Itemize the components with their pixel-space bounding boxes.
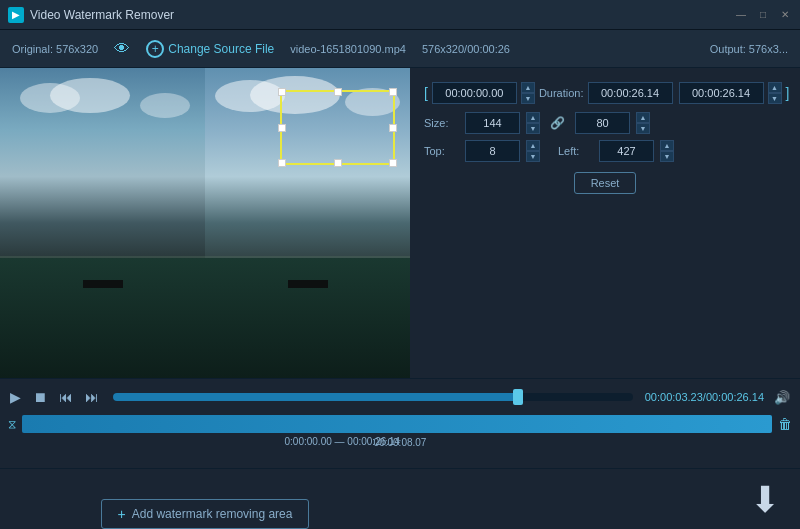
prev-frame-button[interactable]: ⏮ xyxy=(57,387,75,407)
change-source-button[interactable]: + Change Source File xyxy=(146,40,274,58)
timeline-progress xyxy=(113,393,518,401)
add-watermark-label: Add watermark removing area xyxy=(132,507,293,521)
duration-label: Duration: xyxy=(539,87,584,99)
bracket-open: [ xyxy=(424,85,428,101)
left-bottom: + Add watermark removing area xyxy=(0,469,410,529)
timeline-track-row: ⧖ 0:00:00.00 — 00:00:26.14 🗑 xyxy=(8,415,792,433)
size-h-down[interactable]: ▼ xyxy=(636,123,650,134)
title-left: ▶ Video Watermark Remover xyxy=(8,7,174,23)
size-label: Size: xyxy=(424,117,459,129)
handle-right[interactable] xyxy=(389,124,397,132)
handle-bl[interactable] xyxy=(278,159,286,167)
handle-tl[interactable] xyxy=(278,88,286,96)
track-bar[interactable]: 0:00:00.00 — 00:00:26.14 xyxy=(22,415,772,433)
eye-icon[interactable]: 👁 xyxy=(114,40,130,58)
file-info: video-1651801090.mp4 576x320/00:00:26 xyxy=(290,43,510,55)
video-scene-left xyxy=(0,68,205,378)
output-info: Output: 576x3... xyxy=(710,43,788,55)
timeline-area: ▶ ⏹ ⏮ ⏭ 00:00:03.23/00:00:26.14 🔊 ⧖ 0:00… xyxy=(0,378,800,468)
timeline-bar[interactable] xyxy=(113,393,633,401)
handle-top[interactable] xyxy=(334,88,342,96)
main-content: [ ▲ ▼ Duration: ▲ ▼ ] Size: ▲ ▼ 🔗 xyxy=(0,68,800,378)
end-time-spinners: ▲ ▼ xyxy=(768,82,782,104)
size-h-spinners: ▲ ▼ xyxy=(636,112,650,134)
stop-button[interactable]: ⏹ xyxy=(31,387,49,407)
app-icon: ▶ xyxy=(8,7,24,23)
size-width-input[interactable] xyxy=(465,112,520,134)
size-w-up[interactable]: ▲ xyxy=(526,112,540,123)
play-button[interactable]: ▶ xyxy=(8,387,23,407)
position-row: Top: ▲ ▼ Left: ▲ ▼ xyxy=(424,140,786,162)
file-dimensions: 576x320/00:00:26 xyxy=(422,43,510,55)
handle-bottom[interactable] xyxy=(334,159,342,167)
title-bar: ▶ Video Watermark Remover — □ ✕ xyxy=(0,0,800,30)
top-input[interactable] xyxy=(465,140,520,162)
timeline-marker[interactable] xyxy=(513,389,523,405)
track-time-label: 0:00:00.00 — 00:00:26.14 xyxy=(285,436,401,447)
reset-button[interactable]: Reset xyxy=(574,172,637,194)
add-icon: + xyxy=(146,40,164,58)
handle-tr[interactable] xyxy=(389,88,397,96)
app-title: Video Watermark Remover xyxy=(30,8,174,22)
add-icon: + xyxy=(118,506,126,522)
video-scene-right xyxy=(205,68,410,378)
end-time-down[interactable]: ▼ xyxy=(768,93,782,104)
left-up[interactable]: ▲ xyxy=(660,140,674,151)
start-time-spinners: ▲ ▼ xyxy=(521,82,535,104)
track-filled xyxy=(22,415,772,433)
size-row: Size: ▲ ▼ 🔗 ▲ ▼ xyxy=(424,112,786,134)
time-range-row: [ ▲ ▼ Duration: ▲ ▼ ] xyxy=(424,82,786,104)
duration-input[interactable] xyxy=(588,82,673,104)
start-time-down[interactable]: ▼ xyxy=(521,93,535,104)
change-source-label: Change Source File xyxy=(168,42,274,56)
file-name: video-1651801090.mp4 xyxy=(290,43,406,55)
end-time-input[interactable] xyxy=(679,82,764,104)
start-time-up[interactable]: ▲ xyxy=(521,82,535,93)
size-w-down[interactable]: ▼ xyxy=(526,123,540,134)
delete-track-button[interactable]: 🗑 xyxy=(778,416,792,432)
handle-br[interactable] xyxy=(389,159,397,167)
playback-controls: ▶ ⏹ ⏮ ⏭ 00:00:03.23/00:00:26.14 🔊 xyxy=(8,383,792,411)
left-down[interactable]: ▼ xyxy=(660,151,674,162)
time-display: 00:00:03.23/00:00:26.14 xyxy=(645,391,764,403)
add-watermark-button[interactable]: + Add watermark removing area xyxy=(101,499,310,529)
maximize-button[interactable]: □ xyxy=(756,8,770,22)
right-panel: [ ▲ ▼ Duration: ▲ ▼ ] Size: ▲ ▼ 🔗 xyxy=(410,68,800,378)
original-dimensions: Original: 576x320 xyxy=(12,43,98,55)
top-bar: Original: 576x320 👁 + Change Source File… xyxy=(0,30,800,68)
video-preview xyxy=(0,68,410,378)
track-icon: ⧖ xyxy=(8,417,16,431)
left-spinners: ▲ ▼ xyxy=(660,140,674,162)
top-up[interactable]: ▲ xyxy=(526,140,540,151)
close-button[interactable]: ✕ xyxy=(778,8,792,22)
left-label: Left: xyxy=(558,145,593,157)
size-h-up[interactable]: ▲ xyxy=(636,112,650,123)
link-icon: 🔗 xyxy=(546,116,569,130)
handle-left[interactable] xyxy=(278,124,286,132)
end-time-up[interactable]: ▲ xyxy=(768,82,782,93)
top-label: Top: xyxy=(424,145,459,157)
size-height-input[interactable] xyxy=(575,112,630,134)
next-frame-button[interactable]: ⏭ xyxy=(83,387,101,407)
bottom-section: + Add watermark removing area ⬇ xyxy=(0,468,800,529)
window-controls[interactable]: — □ ✕ xyxy=(734,8,792,22)
video-left-panel xyxy=(0,68,205,378)
size-w-spinners: ▲ ▼ xyxy=(526,112,540,134)
left-input[interactable] xyxy=(599,140,654,162)
bracket-close: ] xyxy=(786,85,790,101)
minimize-button[interactable]: — xyxy=(734,8,748,22)
right-bottom-area: ⬇ xyxy=(410,469,800,529)
top-spinners: ▲ ▼ xyxy=(526,140,540,162)
volume-button[interactable]: 🔊 xyxy=(772,388,792,407)
video-right-panel xyxy=(205,68,410,378)
watermark-selection-box[interactable] xyxy=(280,90,395,165)
top-down[interactable]: ▼ xyxy=(526,151,540,162)
start-time-input[interactable] xyxy=(432,82,517,104)
